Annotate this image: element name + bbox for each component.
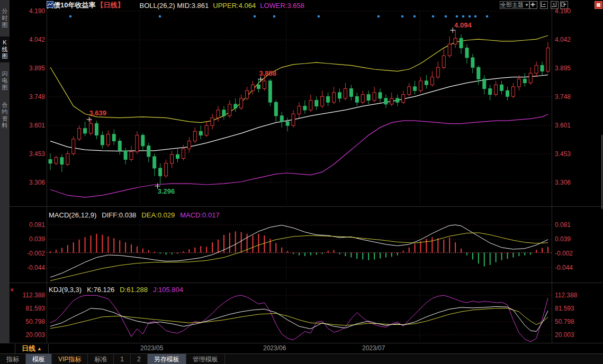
y-axis-label-left: 112.388 — [8, 292, 45, 299]
macd-macd-value: MACD:0.017 — [180, 211, 219, 219]
y-axis-label-right: -0.002 — [555, 250, 593, 257]
y-axis-label-left: 50.798 — [8, 318, 45, 325]
kdj-j-value: J:105.804 — [153, 286, 183, 294]
y-axis-label-left: -0.002 — [8, 250, 45, 257]
boll-upper-value: UPPER:4.064 — [213, 2, 256, 10]
period-tag: 【日线】 — [96, 1, 124, 10]
boll-lower-value: LOWER:3.658 — [260, 2, 304, 10]
price-annotation: 3.858 — [259, 69, 276, 77]
period-label: 日线 — [22, 344, 35, 353]
y-axis-label-left: 0.039 — [8, 235, 45, 243]
tab-6[interactable]: 另存模板 — [148, 354, 186, 364]
crosshair-icon[interactable] — [529, 1, 537, 9]
y-axis-label-left: 20.003 — [8, 331, 45, 339]
y-axis-label-right: 3.453 — [555, 150, 593, 158]
price-annotation: 3.296 — [158, 187, 175, 195]
macd-indicator-row: MACD(26,12,9) DIFF:0.038 DEA:0.029 MACD:… — [49, 211, 220, 219]
y-axis-label-left: 4.042 — [8, 36, 45, 43]
y-axis-label-left: 81.593 — [8, 305, 45, 312]
y-axis-label-left: 3.748 — [8, 93, 45, 101]
instrument-title: 美债10年收益率 — [47, 1, 95, 10]
boll-indicator-label: BOLL(26,2) MID:3.861 — [139, 2, 209, 10]
x-axis-status-row: 日线 ▲ — [0, 343, 603, 354]
kdj-name-label: KDJ(9,3,3) — [49, 286, 82, 294]
triangle-up-icon: ▲ — [37, 346, 42, 351]
y-axis-label-right: 20.003 — [555, 331, 593, 339]
vertical-scrollbar-thumb[interactable] — [601, 135, 602, 209]
y-axis-label-right: 4.190 — [555, 7, 593, 15]
tab-7[interactable]: 管理模板 — [186, 354, 225, 364]
tab-5[interactable]: 2 — [131, 354, 148, 364]
y-axis-label-left: 4.190 — [8, 7, 45, 15]
kdj-k-value: K:76.126 — [87, 286, 114, 294]
indicator-chart-icon — [128, 2, 135, 9]
macd-diff-value: DIFF:0.038 — [102, 211, 136, 219]
bottom-tab-bar: 指标模板VIP指标标准12另存模板管理模板 — [0, 353, 603, 364]
theme-dropdown[interactable]: 全部主题▼ — [500, 1, 529, 9]
y-axis-label-left: 0.081 — [8, 221, 45, 229]
kdj-indicator-row: KDJ(9,3,3) K:76.126 D:61.288 J:105.804 — [49, 286, 183, 294]
y-axis-label-right: 0.039 — [555, 235, 593, 243]
macd-dea-value: DEA:0.029 — [141, 211, 175, 219]
tab-1[interactable]: 模板 — [26, 354, 52, 364]
y-axis-label-left: 3.453 — [8, 150, 45, 158]
y-axis-label-left: 3.601 — [8, 122, 45, 129]
chart-canvas — [0, 0, 603, 364]
y-axis-label-left: 3.306 — [8, 179, 45, 186]
tab-0[interactable]: 指标 — [0, 354, 26, 364]
chart-header: 美债10年收益率【日线】 BOLL(26,2) MID:3.861 UPPER:… — [47, 1, 304, 10]
y-axis-label-right: 3.895 — [555, 65, 593, 72]
tab-4[interactable]: 1 — [114, 354, 131, 364]
price-annotation: 4.094 — [454, 21, 472, 29]
y-axis-label-right: 112.388 — [555, 292, 593, 299]
app-badge-icon[interactable] — [595, 1, 602, 9]
y-axis-label-left: 3.895 — [8, 65, 45, 72]
macd-name-label: MACD(26,12,9) — [49, 211, 96, 219]
y-axis-label-left: -0.044 — [8, 264, 45, 271]
y-axis-label-right: 81.593 — [555, 305, 593, 312]
y-axis-label-right: 50.798 — [555, 318, 593, 325]
price-annotation: 3.639 — [89, 109, 107, 117]
y-axis-label-right: 3.306 — [555, 179, 593, 186]
chevron-down-icon: ▼ — [525, 2, 529, 8]
y-axis-label-right: 4.042 — [555, 36, 593, 43]
tab-3[interactable]: 标准 — [88, 354, 114, 364]
y-axis-label-right: 3.601 — [555, 122, 593, 129]
y-axis-label-right: 0.081 — [555, 221, 593, 229]
fit-horizontal-icon[interactable] — [540, 1, 548, 9]
chart-app-window: 分时图K线图闪电图合约资料 美债10年收益率【日线】 BOLL(26,2) MI… — [0, 0, 603, 364]
period-selector[interactable]: 日线 ▲ — [15, 344, 49, 353]
tab-2[interactable]: VIP指标 — [52, 354, 88, 364]
theme-dropdown-label: 全部主题 — [500, 2, 524, 8]
y-axis-label-right: -0.044 — [555, 264, 593, 271]
kdj-d-value: D:61.288 — [120, 286, 148, 294]
y-axis-label-right: 3.748 — [555, 93, 593, 101]
